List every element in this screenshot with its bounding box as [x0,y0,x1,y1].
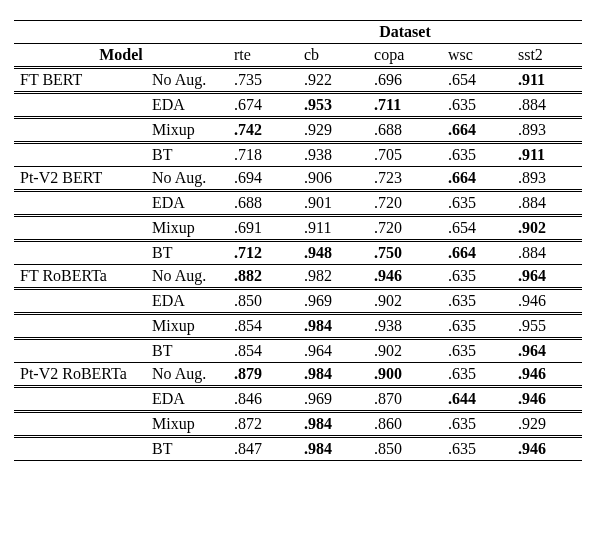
model-label [14,191,146,216]
cell-value: .696 [368,68,442,93]
cell-value: .735 [228,68,298,93]
cell-value: .664 [442,118,512,143]
cell-value: .635 [442,265,512,289]
cell-value: .635 [442,314,512,339]
cell-value: .911 [298,216,368,241]
cell-value: .984 [298,412,368,437]
cell-value: .712 [228,241,298,265]
results-table: Dataset Model rte cb copa wsc sst2 FT BE… [14,20,582,461]
cell-value: .635 [442,143,512,167]
cell-value: .750 [368,241,442,265]
blank-header [146,21,228,44]
cell-value: .884 [512,93,582,118]
cell-value: .946 [512,363,582,387]
cell-value: .720 [368,216,442,241]
cell-value: .711 [368,93,442,118]
augmentation-label: EDA [146,93,228,118]
cell-value: .906 [298,167,368,191]
cell-value: .705 [368,143,442,167]
cell-value: .938 [368,314,442,339]
cell-value: .964 [512,265,582,289]
col-header-copa: copa [368,44,442,68]
cell-value: .691 [228,216,298,241]
cell-value: .872 [228,412,298,437]
model-label [14,216,146,241]
cell-value: .884 [512,191,582,216]
cell-value: .984 [298,363,368,387]
augmentation-label: No Aug. [146,265,228,289]
cell-value: .955 [512,314,582,339]
cell-value: .718 [228,143,298,167]
augmentation-label: No Aug. [146,363,228,387]
cell-value: .984 [298,437,368,461]
cell-value: .946 [512,437,582,461]
cell-value: .635 [442,437,512,461]
cell-value: .911 [512,68,582,93]
model-label: Pt-V2 BERT [14,167,146,191]
cell-value: .850 [228,289,298,314]
cell-value: .982 [298,265,368,289]
cell-value: .860 [368,412,442,437]
cell-value: .969 [298,289,368,314]
augmentation-label: Mixup [146,314,228,339]
cell-value: .884 [512,241,582,265]
augmentation-label: Mixup [146,118,228,143]
dataset-group-header: Dataset [228,21,582,44]
cell-value: .902 [368,339,442,363]
cell-value: .850 [368,437,442,461]
cell-value: .946 [512,387,582,412]
cell-value: .922 [298,68,368,93]
cell-value: .879 [228,363,298,387]
model-label [14,437,146,461]
cell-value: .902 [512,216,582,241]
augmentation-label: BT [146,143,228,167]
cell-value: .870 [368,387,442,412]
cell-value: .900 [368,363,442,387]
augmentation-label: Mixup [146,412,228,437]
cell-value: .854 [228,339,298,363]
cell-value: .635 [442,339,512,363]
model-label: Pt-V2 RoBERTa [14,363,146,387]
augmentation-label: No Aug. [146,167,228,191]
augmentation-label: No Aug. [146,68,228,93]
cell-value: .654 [442,216,512,241]
col-header-sst2: sst2 [512,44,582,68]
cell-value: .635 [442,363,512,387]
model-label [14,314,146,339]
col-header-rte: rte [228,44,298,68]
cell-value: .964 [298,339,368,363]
cell-value: .654 [442,68,512,93]
cell-value: .688 [368,118,442,143]
model-label [14,289,146,314]
cell-value: .635 [442,412,512,437]
cell-value: .742 [228,118,298,143]
cell-value: .948 [298,241,368,265]
cell-value: .946 [368,265,442,289]
cell-value: .846 [228,387,298,412]
augmentation-label: EDA [146,289,228,314]
cell-value: .893 [512,167,582,191]
augmentation-label: BT [146,437,228,461]
model-label [14,241,146,265]
model-label: FT RoBERTa [14,265,146,289]
cell-value: .674 [228,93,298,118]
augmentation-label: EDA [146,191,228,216]
model-label [14,339,146,363]
cell-value: .664 [442,167,512,191]
model-label [14,412,146,437]
cell-value: .969 [298,387,368,412]
augmentation-label: EDA [146,387,228,412]
cell-value: .723 [368,167,442,191]
cell-value: .635 [442,289,512,314]
cell-value: .984 [298,314,368,339]
cell-value: .929 [298,118,368,143]
augmentation-label: Mixup [146,216,228,241]
col-header-wsc: wsc [442,44,512,68]
model-label [14,387,146,412]
augmentation-label: BT [146,241,228,265]
cell-value: .911 [512,143,582,167]
model-label [14,143,146,167]
cell-value: .720 [368,191,442,216]
model-column-header: Model [14,44,228,68]
cell-value: .964 [512,339,582,363]
